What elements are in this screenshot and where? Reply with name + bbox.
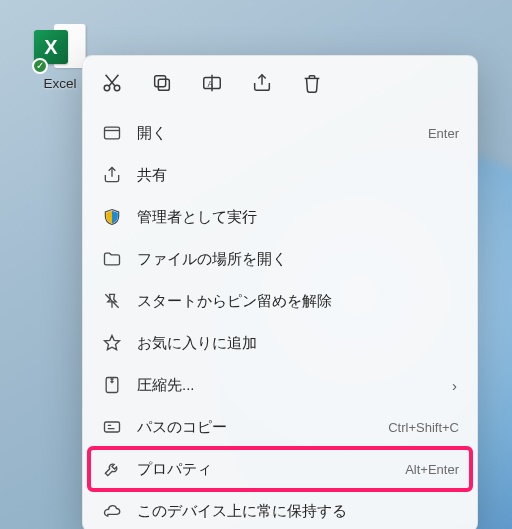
menu-item-properties[interactable]: プロパティ Alt+Enter — [89, 448, 471, 490]
folder-icon — [101, 248, 123, 270]
menu-item-label: 開く — [137, 124, 428, 143]
context-toolbar: A — [89, 62, 471, 112]
menu-item-label: このデバイス上に常に保持する — [137, 502, 459, 521]
copy-icon[interactable] — [151, 72, 173, 98]
menu-item-keepdevice[interactable]: このデバイス上に常に保持する — [89, 490, 471, 529]
menu-item-label: 圧縮先... — [137, 376, 459, 395]
menu-item-compress[interactable]: 圧縮先... › — [89, 364, 471, 406]
zip-icon — [101, 374, 123, 396]
chevron-right-icon: › — [452, 377, 457, 394]
wrench-icon — [101, 458, 123, 480]
delete-icon[interactable] — [301, 72, 323, 98]
rename-icon[interactable]: A — [201, 72, 223, 98]
menu-item-runadmin[interactable]: 管理者として実行 — [89, 196, 471, 238]
cut-icon[interactable] — [101, 72, 123, 98]
menu-item-label: ファイルの場所を開く — [137, 250, 459, 269]
svg-rect-6 — [105, 127, 120, 139]
copypath-icon — [101, 416, 123, 438]
menu-item-shortcut: Enter — [428, 126, 459, 141]
context-menu: A 開く Enter 共有 管理者として実行 ファイルの場所を開 — [82, 55, 478, 529]
menu-item-copypath[interactable]: パスのコピー Ctrl+Shift+C — [89, 406, 471, 448]
menu-item-label: パスのコピー — [137, 418, 388, 437]
menu-item-shortcut: Ctrl+Shift+C — [388, 420, 459, 435]
star-icon — [101, 332, 123, 354]
menu-item-label: 共有 — [137, 166, 459, 185]
svg-rect-8 — [105, 422, 120, 432]
menu-item-folder[interactable]: ファイルの場所を開く — [89, 238, 471, 280]
share-icon — [101, 164, 123, 186]
svg-text:A: A — [207, 80, 213, 89]
svg-rect-2 — [158, 79, 169, 90]
menu-item-shortcut: Alt+Enter — [405, 462, 459, 477]
menu-item-share[interactable]: 共有 — [89, 154, 471, 196]
shield-icon — [101, 206, 123, 228]
svg-rect-3 — [155, 76, 166, 87]
menu-item-unpin[interactable]: スタートからピン留めを解除 — [89, 280, 471, 322]
svg-point-0 — [104, 85, 110, 91]
app-window-icon — [101, 122, 123, 144]
sync-badge-icon: ✓ — [32, 58, 48, 74]
cloud-icon — [101, 500, 123, 522]
menu-item-label: お気に入りに追加 — [137, 334, 459, 353]
menu-item-open[interactable]: 開く Enter — [89, 112, 471, 154]
menu-item-label: プロパティ — [137, 460, 405, 479]
unpin-icon — [101, 290, 123, 312]
menu-item-label: スタートからピン留めを解除 — [137, 292, 459, 311]
menu-item-label: 管理者として実行 — [137, 208, 459, 227]
menu-item-favorite[interactable]: お気に入りに追加 — [89, 322, 471, 364]
excel-icon: X ✓ — [34, 20, 86, 72]
share-icon[interactable] — [251, 72, 273, 98]
svg-point-1 — [114, 85, 120, 91]
